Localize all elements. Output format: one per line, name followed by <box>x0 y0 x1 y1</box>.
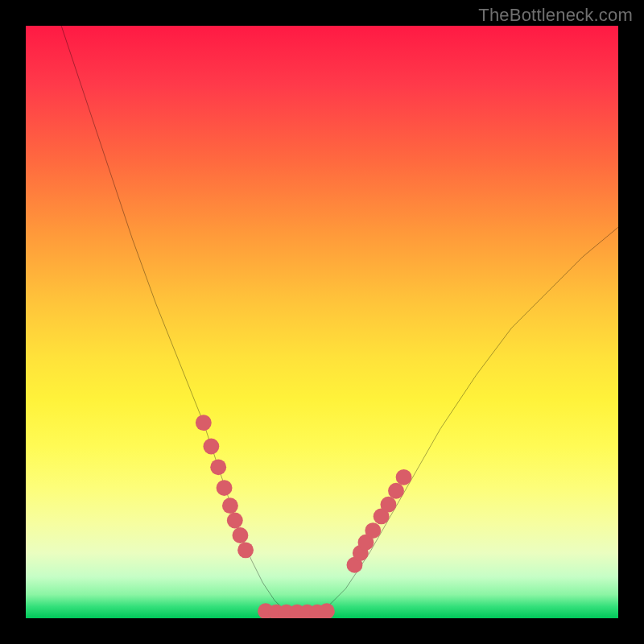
marker-dot <box>196 415 212 431</box>
bottleneck-curve <box>61 26 618 613</box>
marker-dot <box>232 527 248 543</box>
marker-dot <box>227 513 243 529</box>
marker-dot <box>217 480 233 496</box>
chart-svg <box>26 26 618 618</box>
watermark-text: TheBottleneck.com <box>478 5 633 26</box>
marker-dot <box>203 439 219 455</box>
plot-area <box>26 26 618 618</box>
outer-frame: TheBottleneck.com <box>0 0 644 644</box>
marker-dot <box>388 483 404 499</box>
curve-markers <box>196 415 412 618</box>
marker-dot <box>237 542 254 558</box>
marker-dot <box>396 469 412 485</box>
marker-dot <box>380 497 396 513</box>
marker-dot <box>365 522 381 539</box>
marker-dot <box>222 497 238 514</box>
marker-dot <box>210 459 226 475</box>
